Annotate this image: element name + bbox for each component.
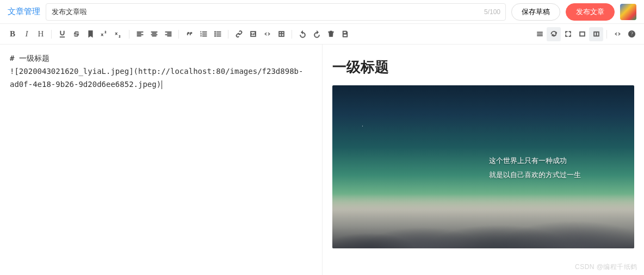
markdown-source-pane[interactable]: # 一级标题 ![2020043021620_lyiaL.jpeg](http:…: [0, 45, 323, 275]
save-button[interactable]: [338, 27, 352, 41]
ordered-list-button[interactable]: [196, 27, 210, 41]
redo-button[interactable]: [309, 27, 324, 41]
toolbar-separator: [178, 30, 179, 39]
superscript-button[interactable]: x2: [97, 27, 112, 41]
help-button[interactable]: [624, 27, 639, 41]
brand-link[interactable]: 文章管理: [8, 7, 40, 17]
preview-pane: 一级标题 这个世界上只有一种成功 就是以自己喜欢的方式过一生: [323, 45, 645, 275]
header: 文章管理 5/100 保存草稿 发布文章: [0, 0, 644, 24]
source-line: ![2020043021620_lyiaL.jpeg](http://local…: [10, 65, 312, 91]
sync-scroll-button[interactable]: [547, 27, 561, 41]
code-button[interactable]: [260, 27, 274, 41]
trash-button[interactable]: [324, 27, 338, 41]
preview-heading: 一级标题: [332, 58, 635, 77]
underline-button[interactable]: [55, 27, 69, 41]
publish-button[interactable]: 发布文章: [566, 3, 615, 21]
undo-button[interactable]: [295, 27, 309, 41]
quote-button[interactable]: [182, 27, 196, 41]
title-input[interactable]: [46, 3, 506, 21]
heading-button[interactable]: H: [34, 27, 48, 41]
text-cursor: [162, 80, 162, 89]
toolbar-separator: [129, 30, 129, 39]
toolbar-separator: [292, 30, 292, 39]
image-caption: 这个世界上只有一种成功 就是以自己喜欢的方式过一生: [489, 154, 581, 182]
subscript-button[interactable]: x2: [112, 27, 126, 41]
avatar[interactable]: [620, 4, 636, 20]
align-left-button[interactable]: [133, 27, 147, 41]
split-view-button[interactable]: [589, 27, 603, 41]
stars-overlay: [332, 85, 635, 248]
toolbar-separator: [51, 30, 52, 39]
char-counter: 5/100: [484, 3, 500, 21]
svg-text:2: 2: [104, 30, 106, 34]
strikethrough-button[interactable]: [69, 27, 83, 41]
editor-split: # 一级标题 ![2020043021620_lyiaL.jpeg](http:…: [0, 45, 644, 275]
title-input-wrap: 5/100: [46, 3, 506, 21]
toolbar-right: [532, 27, 639, 41]
svg-text:x: x: [101, 32, 103, 37]
toc-button[interactable]: [532, 27, 547, 41]
save-draft-button[interactable]: 保存草稿: [511, 3, 560, 21]
align-right-button[interactable]: [161, 27, 175, 41]
preview-image: 这个世界上只有一种成功 就是以自己喜欢的方式过一生: [332, 85, 635, 248]
read-mode-button[interactable]: [575, 27, 589, 41]
watermark: CSDN @编程千纸鹤: [575, 262, 637, 272]
image-caption-line: 这个世界上只有一种成功: [489, 154, 581, 168]
toolbar-left: B I H x2 x2: [5, 27, 352, 41]
table-button[interactable]: [274, 27, 288, 41]
link-button[interactable]: [232, 27, 246, 41]
svg-text:x: x: [115, 31, 117, 36]
source-line: # 一级标题: [10, 52, 312, 65]
image-caption-line: 就是以自己喜欢的方式过一生: [489, 168, 581, 182]
align-center-button[interactable]: [147, 27, 161, 41]
unordered-list-button[interactable]: [210, 27, 225, 41]
image-button[interactable]: [246, 27, 260, 41]
bold-button[interactable]: B: [5, 27, 20, 41]
toolbar-separator: [606, 30, 607, 39]
italic-button[interactable]: I: [20, 27, 34, 41]
toolbar-separator: [228, 30, 228, 39]
toolbar: B I H x2 x2: [0, 24, 644, 45]
fullscreen-button[interactable]: [561, 27, 575, 41]
svg-text:2: 2: [119, 35, 120, 38]
html-preview-button[interactable]: [610, 27, 624, 41]
bookmark-button[interactable]: [83, 27, 97, 41]
